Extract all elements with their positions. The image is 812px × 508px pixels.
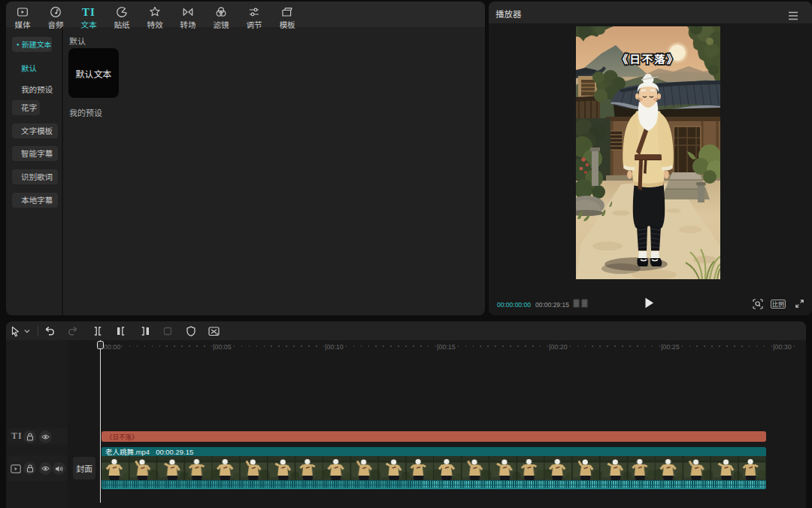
svg-text:《日不落》: 《日不落》 [617, 50, 680, 66]
